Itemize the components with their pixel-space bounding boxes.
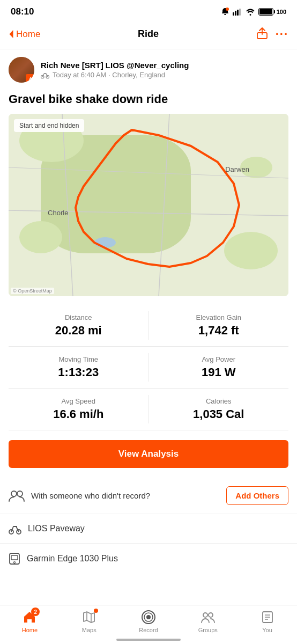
home-icon-wrap: 2 bbox=[21, 610, 38, 625]
map-place-chorley: Chorle bbox=[48, 209, 68, 217]
svg-point-26 bbox=[203, 613, 207, 617]
wifi-icon bbox=[246, 8, 255, 16]
svg-point-27 bbox=[209, 613, 213, 617]
tab-maps-label: Maps bbox=[82, 627, 96, 633]
back-chevron-icon bbox=[9, 30, 14, 39]
home-indicator bbox=[116, 639, 181, 641]
calories-value: 1,035 Cal bbox=[153, 407, 285, 421]
route-svg bbox=[9, 114, 288, 296]
svg-rect-3 bbox=[237, 10, 239, 16]
elevation-label: Elevation Gain bbox=[153, 313, 285, 321]
map-attribution: © OpenStreetMap bbox=[11, 288, 54, 294]
maps-icon-wrap bbox=[81, 610, 97, 625]
tab-maps[interactable]: Maps bbox=[70, 610, 108, 633]
groups-icon bbox=[201, 611, 215, 624]
svg-rect-18 bbox=[11, 555, 18, 560]
back-button[interactable]: Home bbox=[9, 29, 40, 40]
signal-icon bbox=[233, 8, 242, 16]
user-details: Rich Neve [SRT] LIOS @Never_cycling Toda… bbox=[41, 61, 288, 79]
stat-avg-power: Avg Power 191 W bbox=[149, 353, 289, 382]
tab-groups[interactable]: Groups bbox=[189, 610, 227, 633]
route-name: LIOS Paveway bbox=[28, 524, 85, 533]
user-activity-meta: Today at 6:40 AM · Chorley, England bbox=[53, 71, 165, 79]
tab-record-label: Record bbox=[139, 627, 158, 633]
avg-speed-label: Avg Speed bbox=[13, 397, 144, 405]
status-bar: 08:10 100 bbox=[0, 0, 297, 21]
battery-icon: 100 bbox=[258, 8, 286, 16]
maps-icon bbox=[83, 611, 95, 624]
stat-avg-speed: Avg Speed 16.6 mi/h bbox=[9, 395, 149, 423]
record-icon-wrap bbox=[140, 610, 157, 625]
tab-home[interactable]: 2 Home bbox=[11, 610, 48, 633]
activity-title: Gravel bike shake down ride bbox=[0, 90, 297, 114]
tab-groups-label: Groups bbox=[198, 627, 218, 633]
avg-power-value: 191 W bbox=[153, 365, 285, 379]
status-time: 08:10 bbox=[11, 6, 34, 17]
status-icons: 100 bbox=[221, 8, 286, 16]
stats-row-3: Avg Speed 16.6 mi/h Calories 1,035 Cal bbox=[9, 389, 288, 430]
share-icon bbox=[256, 26, 268, 40]
nav-header: Home Ride ··· bbox=[0, 21, 297, 49]
svg-rect-2 bbox=[235, 11, 236, 16]
strava-logo-icon bbox=[28, 76, 33, 82]
bicycle-icon bbox=[9, 523, 21, 535]
tab-you[interactable]: You bbox=[249, 610, 286, 633]
device-row: Garmin Edge 1030 Plus bbox=[0, 544, 297, 574]
groups-icon-wrap bbox=[200, 610, 216, 625]
stat-moving-time: Moving Time 1:13:23 bbox=[9, 353, 149, 382]
map-container[interactable]: Start and end hidden Darwen Chorle © Ope… bbox=[9, 114, 288, 296]
back-label: Home bbox=[16, 29, 40, 40]
svg-point-14 bbox=[17, 491, 23, 496]
add-others-row: With someone who didn't record? Add Othe… bbox=[0, 478, 297, 514]
svg-marker-6 bbox=[29, 77, 32, 80]
group-icon bbox=[9, 489, 25, 502]
map-place-darwen: Darwen bbox=[225, 165, 249, 173]
user-meta: Today at 6:40 AM · Chorley, England bbox=[41, 71, 288, 79]
record-icon bbox=[141, 610, 156, 625]
tab-home-label: Home bbox=[22, 627, 38, 633]
svg-rect-1 bbox=[233, 12, 234, 16]
share-button[interactable] bbox=[256, 26, 268, 42]
home-badge: 2 bbox=[31, 608, 40, 616]
moving-time-label: Moving Time bbox=[13, 355, 144, 363]
user-info: Rich Neve [SRT] LIOS @Never_cycling Toda… bbox=[0, 49, 297, 90]
elevation-value: 1,742 ft bbox=[153, 324, 285, 338]
nav-actions: ··· bbox=[256, 26, 288, 42]
stats-grid: Distance 20.28 mi Elevation Gain 1,742 f… bbox=[0, 296, 297, 430]
distance-label: Distance bbox=[13, 313, 144, 321]
svg-line-11 bbox=[159, 114, 169, 296]
avatar[interactable] bbox=[9, 57, 34, 83]
calories-label: Calories bbox=[153, 397, 285, 405]
stats-row-2: Moving Time 1:13:23 Avg Power 191 W bbox=[9, 347, 288, 389]
svg-line-10 bbox=[62, 114, 73, 296]
notification-icon bbox=[221, 8, 229, 16]
tab-record[interactable]: Record bbox=[130, 610, 167, 633]
battery-level: 100 bbox=[277, 9, 286, 15]
you-icon-wrap bbox=[259, 610, 276, 625]
user-name[interactable]: Rich Neve [SRT] LIOS @Never_cycling bbox=[41, 61, 288, 70]
add-others-button[interactable]: Add Others bbox=[226, 486, 288, 505]
strava-badge bbox=[26, 74, 34, 83]
avg-speed-value: 16.6 mi/h bbox=[13, 407, 144, 421]
device-icon bbox=[9, 552, 20, 565]
distance-value: 20.28 mi bbox=[13, 324, 144, 338]
maps-notification-dot bbox=[94, 609, 98, 613]
device-name: Garmin Edge 1030 Plus bbox=[27, 554, 118, 564]
svg-point-25 bbox=[146, 615, 151, 619]
route-row[interactable]: LIOS Paveway bbox=[0, 514, 297, 544]
bike-icon bbox=[41, 71, 49, 79]
stat-calories: Calories 1,035 Cal bbox=[149, 395, 289, 423]
add-others-left: With someone who didn't record? bbox=[9, 489, 150, 502]
stat-distance: Distance 20.28 mi bbox=[9, 311, 149, 340]
you-icon bbox=[261, 611, 274, 624]
add-others-text: With someone who didn't record? bbox=[31, 491, 150, 500]
page-title: Ride bbox=[138, 28, 159, 40]
moving-time-value: 1:13:23 bbox=[13, 365, 144, 379]
view-analysis-button[interactable]: View Analysis bbox=[9, 440, 288, 468]
tab-you-label: You bbox=[262, 627, 272, 633]
avg-power-label: Avg Power bbox=[153, 355, 285, 363]
svg-rect-4 bbox=[239, 9, 241, 16]
stat-elevation: Elevation Gain 1,742 ft bbox=[149, 311, 289, 340]
map-hidden-label: Start and end hidden bbox=[14, 119, 84, 132]
more-button[interactable]: ··· bbox=[276, 27, 288, 41]
